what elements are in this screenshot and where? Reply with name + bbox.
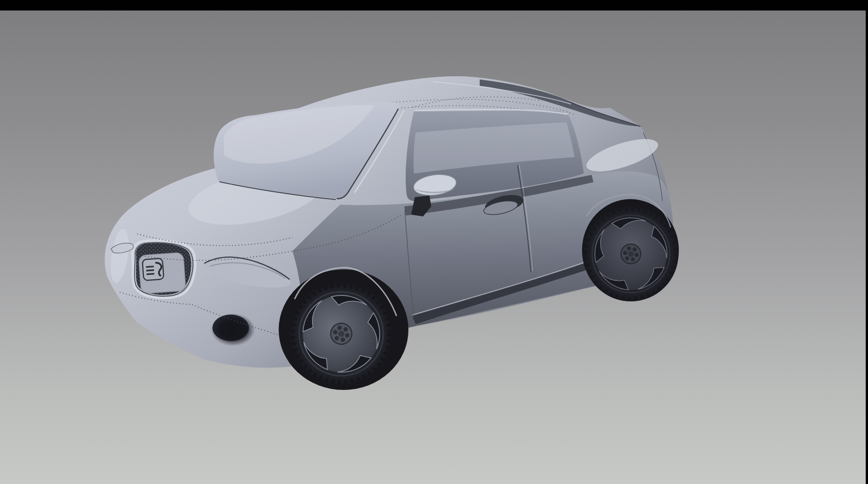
top-letterbox-bar (0, 0, 868, 11)
fog-intake (212, 315, 249, 341)
seat-badge-icon (142, 258, 164, 281)
car-render (0, 0, 868, 484)
right-letterbox-strip (866, 0, 868, 484)
screen (0, 0, 868, 484)
viewport-3d[interactable] (0, 0, 868, 484)
